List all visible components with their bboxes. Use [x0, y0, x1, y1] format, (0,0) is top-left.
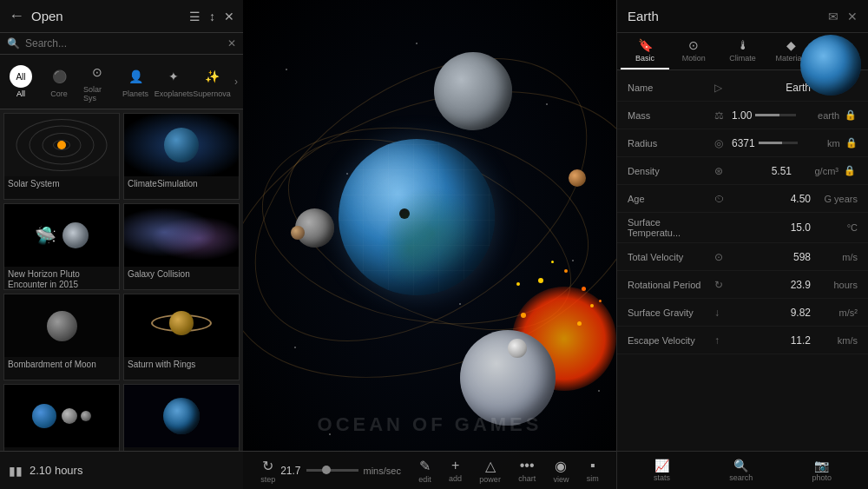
- power-button[interactable]: △ power: [479, 458, 501, 484]
- stats-button[interactable]: 📈 stats: [654, 459, 670, 482]
- close-right-panel-button[interactable]: ✕: [847, 10, 858, 23]
- list-item[interactable]: Galaxy Collision: [123, 203, 240, 290]
- exoplanets-icon: ✦: [162, 65, 185, 88]
- list-icon[interactable]: ☰: [189, 10, 201, 23]
- prop-icon-escape-velocity: ↑: [714, 334, 728, 347]
- item-label: New Horizon Pluto Encounter in 2015: [4, 267, 119, 293]
- tab-solarsys[interactable]: ⊙ Solar Sys: [78, 58, 116, 105]
- list-item[interactable]: Bombardment of Moon: [3, 294, 120, 380]
- list-item[interactable]: Earth & Many Moons: [3, 384, 120, 451]
- stats-icon: 📈: [654, 459, 669, 472]
- center-viewport[interactable]: [243, 0, 616, 489]
- prop-value-rotational-period[interactable]: 23.9: [732, 279, 811, 291]
- prop-icon-surface-gravity: ↓: [714, 307, 728, 319]
- prop-value-surface-gravity[interactable]: 9.82: [732, 307, 811, 319]
- search-label: search: [729, 473, 753, 482]
- step-slider[interactable]: [306, 469, 358, 472]
- prop-value-escape-velocity[interactable]: 11.2: [732, 334, 811, 347]
- list-item[interactable]: New Horizon Pluto Encounter in 2015: [3, 203, 120, 290]
- planet-earth[interactable]: [339, 139, 495, 295]
- sort-icon[interactable]: ↕: [209, 10, 215, 23]
- planet-tiny-2[interactable]: [291, 226, 305, 240]
- prop-label-surface-gravity: Surface Gravity: [628, 307, 714, 318]
- view-button[interactable]: ◉ view: [553, 458, 569, 484]
- photo-label: photo: [812, 473, 832, 482]
- prop-value-radius[interactable]: 6371: [732, 137, 755, 149]
- left-header: ← Open ☰ ↕ ✕: [0, 0, 243, 33]
- search-button[interactable]: 🔍 search: [729, 459, 753, 482]
- earth-thumb-sphere: [800, 35, 861, 96]
- list-item[interactable]: Climate Simulation with Tidally-Locked E…: [123, 384, 240, 451]
- prop-value-name[interactable]: Earth: [732, 82, 811, 94]
- planet-gray-top[interactable]: [434, 52, 512, 130]
- left-footer: ▮▮ 2.10 hours: [0, 451, 243, 489]
- edit-button[interactable]: ✎ edit: [418, 458, 431, 484]
- prop-unit-density: g/cm³: [795, 166, 838, 176]
- properties-list: Name ▷ Earth Mass ⚖ 1.00 earth 🔒 Radius …: [617, 70, 868, 451]
- planet-small-white[interactable]: [508, 339, 527, 358]
- prop-value-total-velocity[interactable]: 598: [732, 251, 811, 263]
- view-label: view: [553, 475, 569, 484]
- notification-icon[interactable]: ✉: [828, 10, 838, 23]
- prop-value-age[interactable]: 4.50: [732, 193, 811, 205]
- tab-core-label: Core: [50, 89, 68, 98]
- list-item[interactable]: Saturn with Rings: [123, 294, 240, 380]
- search-icon: 🔍: [7, 37, 20, 50]
- radius-lock-icon[interactable]: 🔒: [845, 137, 858, 149]
- add-button[interactable]: + add: [449, 458, 462, 483]
- back-button[interactable]: ←: [9, 7, 24, 25]
- add-label: add: [449, 474, 462, 483]
- list-item[interactable]: ClimateSimulation: [123, 113, 240, 200]
- tab-core[interactable]: ⚫ Core: [40, 63, 78, 101]
- edit-icon: ✎: [419, 458, 431, 474]
- tab-planets[interactable]: 👤 Planets: [116, 63, 155, 101]
- tab-all[interactable]: All All: [2, 63, 40, 101]
- prop-unit-rotational-period: hours: [814, 280, 858, 290]
- right-header: Earth ✉ ✕: [617, 0, 868, 33]
- right-panel: Earth ✉ ✕ 🔖 Basic ⊙ Motion 🌡 Climate ◆ M…: [616, 0, 868, 489]
- sim-button[interactable]: ▪ sim: [587, 458, 599, 483]
- planets-icon: 👤: [124, 65, 147, 88]
- prop-label-rotational-period: Rotational Period: [628, 280, 714, 290]
- property-row-mass: Mass ⚖ 1.00 earth 🔒: [617, 102, 868, 129]
- photo-button[interactable]: 📷 photo: [812, 459, 832, 482]
- motion-tab-icon: ⊙: [688, 38, 699, 52]
- tab-planets-label: Planets: [122, 89, 148, 98]
- category-tabs: All All ⚫ Core ⊙ Solar Sys 👤 Planets ✦ E…: [0, 55, 243, 109]
- tab-basic[interactable]: 🔖 Basic: [621, 33, 669, 69]
- step-button[interactable]: ↻ step: [260, 458, 275, 484]
- prop-label-mass: Mass: [628, 110, 714, 121]
- tab-climate[interactable]: 🌡 Climate: [718, 33, 766, 69]
- prop-label-age: Age: [628, 194, 714, 204]
- tab-all-label: All: [16, 89, 25, 98]
- category-more-button[interactable]: ›: [231, 72, 241, 91]
- chart-button[interactable]: ••• chart: [518, 458, 536, 483]
- prop-value-mass[interactable]: 1.00: [732, 109, 752, 122]
- tab-exoplanets[interactable]: ✦ Exoplanets: [155, 63, 193, 101]
- prop-value-surface-temp[interactable]: 15.0: [732, 221, 811, 234]
- play-pause-button[interactable]: ▮▮: [9, 464, 23, 478]
- clear-search-button[interactable]: ✕: [227, 37, 236, 50]
- density-lock-icon[interactable]: 🔒: [844, 165, 858, 176]
- prop-value-density[interactable]: 5.51: [732, 165, 792, 177]
- radius-slider[interactable]: [759, 142, 798, 144]
- motion-tab-label: Motion: [682, 54, 706, 63]
- mass-slider[interactable]: [755, 114, 795, 116]
- planet-tiny-1[interactable]: [569, 169, 586, 187]
- tab-supernova[interactable]: ✨ Supernova: [193, 63, 231, 101]
- search-input[interactable]: [25, 37, 227, 50]
- item-label: Climate Simulation with Tidally-Locked E…: [124, 447, 239, 451]
- item-preview-newhorizon: [4, 204, 119, 267]
- prop-unit-surface-temp: °C: [814, 222, 858, 233]
- list-item[interactable]: Solar System: [3, 113, 120, 200]
- earth-grid-overlay: [339, 139, 495, 295]
- prop-icon-total-velocity: ⊙: [714, 251, 728, 263]
- prop-unit-age: G years: [814, 194, 858, 204]
- step-unit: mins/sec: [364, 466, 401, 476]
- tab-motion[interactable]: ⊙ Motion: [669, 33, 718, 69]
- basic-tab-icon: 🔖: [638, 38, 653, 52]
- prop-label-escape-velocity: Escape Velocity: [628, 335, 714, 346]
- close-left-panel-button[interactable]: ✕: [224, 10, 234, 23]
- mass-lock-icon[interactable]: 🔒: [845, 109, 858, 121]
- search-bar: 🔍 ✕: [0, 33, 243, 55]
